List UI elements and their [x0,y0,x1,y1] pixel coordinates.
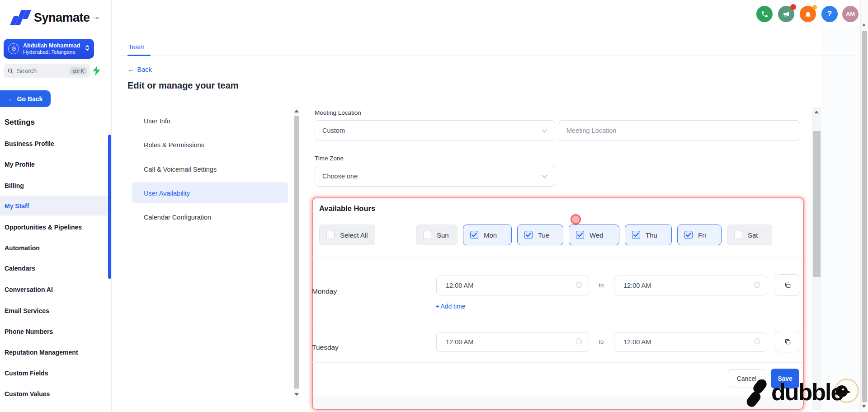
checkbox-icon [734,231,742,239]
chevron-down-icon [542,126,547,135]
sidebar-item-custom-values[interactable]: Custom Values [5,389,106,399]
search-bar[interactable]: ctrl K [4,64,90,78]
sidebar-item-custom-fields[interactable]: Custom Fields [5,368,106,378]
time-zone-selected-value: Choose one [322,173,542,180]
sidebar-item-email-services[interactable]: Email Services [5,306,106,316]
checkbox-icon [326,231,335,239]
avatar[interactable]: AM [842,6,859,22]
panel-bottom-strip [313,397,803,409]
chevron-down-icon [542,172,547,180]
monday-row-label: Monday [312,287,337,295]
clock-icon [754,338,760,346]
checkbox-icon [423,231,431,239]
brand-name: Synamate [34,11,90,25]
time-zone-select[interactable]: Choose one [315,166,555,187]
tuesday-end-time-input[interactable] [614,332,767,352]
left-arrow-icon: ← [127,66,134,73]
sidebar-item-my-staff[interactable]: My Staff [5,201,106,211]
tuesday-copy-hours-button[interactable] [775,331,800,352]
account-switcher[interactable]: Abdullah Mohammad Hyderabad, Telangana [4,39,94,59]
checkbox-icon [632,231,640,239]
cancel-button[interactable]: Cancel [728,369,765,388]
form-scrollbar-thumb[interactable] [813,131,821,277]
menu-item-call-voicemail-settings[interactable]: Call & Voicemail Settings [144,165,279,174]
question-mark-icon: ? [827,9,832,19]
menu-item-roles-permissions[interactable]: Roles & Permissions [144,140,279,150]
tab-row-divider [118,56,857,56]
help-button[interactable]: ? [821,6,838,22]
time-value[interactable] [446,338,576,346]
back-link[interactable]: ← Back [127,66,152,73]
checkbox-icon [576,231,584,239]
monday-start-time-input[interactable] [436,276,589,295]
time-value[interactable] [446,282,576,289]
menu-scrollbar-up-arrow-icon[interactable] [294,110,299,112]
checkbox-icon [470,231,478,239]
browser-scrollbar-down-arrow-icon[interactable] [862,405,866,408]
day-toggle-thu[interactable]: Thu [625,225,672,245]
avatar-initials: AM [846,11,855,18]
select-all-day-toggle[interactable]: Select All [319,225,375,245]
meeting-location-label: Meeting Location [315,109,361,116]
monday-end-time-input[interactable] [614,276,767,295]
megaphone-icon [783,10,790,18]
notifications-alert-dot [812,5,817,9]
sidebar: Synamate TM Abdullah Mohammad Hyderabad,… [0,0,112,412]
tab-team[interactable]: Team [128,43,144,51]
sidebar-item-reputation-management[interactable]: Reputation Management [5,347,106,357]
clock-icon [576,281,582,290]
sidebar-item-conversation-ai[interactable]: Conversation AI [5,285,106,295]
sidebar-item-business-profile[interactable]: Business Profile [5,139,106,149]
tuesday-start-time-input[interactable] [436,332,589,352]
day-toggle-row: Sun Mon Tue Wed Thu Fri Sat [416,225,772,245]
profile-location: Hyderabad, Telangana [23,49,81,56]
day-toggle-sun[interactable]: Sun [416,225,458,245]
clock-icon [754,281,760,290]
time-value[interactable] [623,282,754,289]
monday-add-time-link[interactable]: + Add time [435,303,466,310]
time-zone-label: Time Zone [315,155,344,162]
day-toggle-sat[interactable]: Sat [727,225,772,245]
clock-icon [576,338,582,346]
sidebar-item-billing[interactable]: Billing [5,181,106,191]
checkbox-icon [524,231,533,239]
menu-item-calendar-configuration[interactable]: Calendar Configuration [144,213,279,222]
search-input[interactable] [17,67,67,75]
phone-button[interactable] [756,6,773,22]
day-toggle-tue[interactable]: Tue [517,225,563,245]
row-divider [312,322,803,322]
sidebar-item-automation[interactable]: Automation [5,243,106,253]
page-title: Edit or manage your team [127,80,239,91]
menu-item-user-availability[interactable]: User Availability [144,189,279,198]
copy-icon [784,281,792,289]
time-value[interactable] [623,338,754,346]
save-button[interactable]: Save [771,369,799,389]
to-label: to [594,338,609,345]
brand-logo: Synamate TM [11,9,101,26]
copy-icon [784,338,792,346]
menu-scrollbar-thumb[interactable] [294,116,299,389]
menu-item-user-info[interactable]: User Info [144,117,279,126]
app-window: Synamate TM Abdullah Mohammad Hyderabad,… [0,0,868,412]
menu-scrollbar-down-arrow-icon[interactable] [294,393,299,396]
sidebar-item-calendars[interactable]: Calendars [5,263,106,273]
sidebar-item-phone-numbers[interactable]: Phone Numbers [5,327,106,337]
sidebar-item-my-profile[interactable]: My Profile [5,159,106,169]
monday-copy-hours-button[interactable] [775,274,800,296]
sidebar-item-opportunities-pipelines[interactable]: Opportunities & Pipelines [5,222,106,232]
day-toggle-mon[interactable]: Mon [463,225,512,245]
day-toggle-fri[interactable]: Fri [677,225,722,245]
browser-scrollbar-up-arrow-icon[interactable] [862,23,866,26]
day-toggle-wed[interactable]: Wed [569,225,619,245]
profile-name: Abdullah Mohammad [23,42,81,49]
meeting-location-select[interactable]: Custom [315,120,555,141]
quick-actions-bolt-icon[interactable] [92,66,101,76]
to-label: to [594,282,609,289]
browser-scrollbar-thumb[interactable] [862,31,867,402]
meeting-location-selected-value: Custom [322,127,542,134]
go-back-button[interactable]: ← Go Back [0,90,51,107]
tuesday-row-label: Tuesday [312,343,339,351]
sidebar-scrollbar-thumb[interactable] [108,135,111,279]
form-scrollbar-up-arrow-icon[interactable] [814,111,819,113]
meeting-location-input[interactable] [559,120,800,141]
